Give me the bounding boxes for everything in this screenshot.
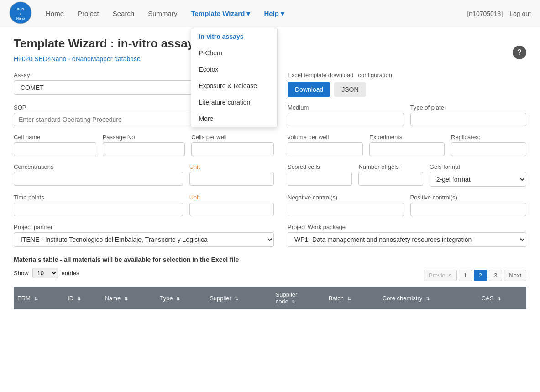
sort-icon-cas: ⇅: [497, 296, 501, 301]
time-points-input[interactable]: 24: [14, 203, 183, 216]
col-core-chemistry[interactable]: Core chemistry ⇅: [379, 287, 478, 309]
page-btn-3[interactable]: 3: [489, 270, 502, 281]
project-partner-group: Project partner ITENE - Instituto Tecnol…: [14, 224, 274, 247]
configuration-label: configuration: [358, 72, 392, 78]
cells-per-well-input[interactable]: 10000: [191, 142, 274, 156]
replicates-label: Replicates:: [451, 134, 526, 141]
nav-help[interactable]: Help ▾: [264, 10, 284, 18]
dropdown-item-invitro[interactable]: In-vitro assays: [191, 28, 277, 45]
sort-icon-core-chemistry: ⇅: [426, 296, 430, 301]
dropdown-item-literature[interactable]: Literature curation: [191, 94, 277, 110]
project-work-package-group: Project Work package WP1- Data managemen…: [288, 224, 526, 247]
concentrations-row-left: Concentrations 0,1,5,10,25,50,75,100,SC,…: [14, 163, 274, 187]
gels-format-label: Gels format: [430, 163, 526, 170]
dropdown-item-pchem[interactable]: P-Chem: [191, 45, 277, 61]
cell-row-left: Cell name A549 Passage No 4 Cells per we…: [14, 134, 274, 156]
unit1-label: Unit: [189, 163, 274, 170]
next-button[interactable]: Next: [504, 270, 526, 281]
col-id[interactable]: ID ⇅: [64, 287, 101, 309]
project-work-package-select[interactable]: WP1- Data management and nanosafety reso…: [288, 232, 526, 247]
sort-icon-supplier-code: ⇅: [292, 299, 295, 304]
time-points-label: Time points: [14, 194, 183, 201]
medium-label: Medium: [288, 104, 404, 111]
number-of-gels-group: Number of gels 2: [358, 163, 423, 187]
page-btn-2[interactable]: 2: [474, 270, 487, 281]
help-icon[interactable]: ?: [513, 46, 526, 59]
materials-table-title: Materials table - all materials will be …: [14, 256, 526, 263]
show-select[interactable]: 10 25 50 100: [32, 268, 58, 278]
sort-icon-name: ⇅: [124, 296, 128, 301]
nav-template-wizard-label[interactable]: Template Wizard ▾: [191, 10, 250, 18]
svg-text:4: 4: [20, 12, 21, 16]
download-button[interactable]: Download: [288, 82, 330, 97]
unit2-group: Unit h: [189, 194, 274, 216]
col-cas[interactable]: CAS ⇅: [478, 287, 526, 309]
download-group: Excel template download configuration Do…: [288, 72, 526, 97]
gels-format-group: Gels format 2-gel format: [430, 163, 526, 187]
unit1-group: Unit ug/cm2: [189, 163, 274, 187]
page-btn-1[interactable]: 1: [459, 270, 472, 281]
nav-help-label[interactable]: Help ▾: [264, 10, 284, 18]
show-label: Show: [14, 270, 29, 277]
nav-home[interactable]: Home: [46, 10, 64, 17]
nav-search[interactable]: Search: [113, 10, 135, 17]
nav-summary[interactable]: Summary: [148, 10, 177, 17]
json-button[interactable]: JSON: [334, 82, 366, 97]
experiments-input[interactable]: 4: [369, 142, 445, 156]
chevron-down-icon-help: ▾: [281, 10, 284, 18]
gels-format-select[interactable]: 2-gel format: [430, 172, 526, 187]
dropdown-item-ecotox[interactable]: Ecotox: [191, 61, 277, 78]
previous-button[interactable]: Previous: [424, 270, 457, 281]
concentrations-input[interactable]: 0,1,5,10,25,50,75,100,SC,PC_mms,PC_Fpg,N…: [14, 172, 183, 186]
cells-per-well-label: Cells per well: [191, 134, 274, 141]
volume-per-well-group: volume per well 0.2 ml: [288, 134, 363, 156]
timepoints-row-left: Time points 24 Unit h: [14, 194, 274, 216]
sort-icon-id: ⇅: [77, 296, 81, 301]
positive-controls-group: Positive control(s) PC_mms,PC_Fpg: [410, 194, 527, 216]
col-batch[interactable]: Batch ⇅: [325, 287, 379, 309]
unit2-input[interactable]: h: [189, 203, 274, 216]
concentrations-row-right: Scored cells 50 Number of gels 2 Gels fo…: [288, 163, 526, 187]
entries-label: entries: [62, 270, 79, 277]
pagination: Previous 1 2 3 Next: [424, 270, 526, 281]
experiments-group: Experiments 4: [369, 134, 445, 156]
type-of-plate-input[interactable]: 96-well: [410, 113, 527, 126]
col-name[interactable]: Name ⇅: [101, 287, 156, 309]
volume-per-well-input[interactable]: 0.2 ml: [288, 142, 363, 156]
number-of-gels-label: Number of gels: [358, 163, 423, 170]
navbar: SbD 4 Nano Home Project Search Summary T…: [0, 0, 540, 27]
medium-plate-group: Medium DMEM + 9% FCS Type of plate 96-we…: [288, 104, 526, 126]
replicates-input[interactable]: 2: [451, 142, 526, 156]
medium-input[interactable]: DMEM + 9% FCS: [288, 113, 404, 126]
dropdown-item-exposure[interactable]: Exposure & Release: [191, 78, 277, 94]
col-supplier-code[interactable]: Suppliercode ⇅: [272, 287, 325, 309]
show-entries: Show 10 25 50 100 entries: [14, 268, 79, 278]
passage-no-input[interactable]: 4: [103, 142, 185, 156]
negative-controls-input[interactable]: 0,NC-2,SC: [288, 203, 404, 216]
nav-right: [n10705013] Log out: [467, 10, 531, 17]
concentrations-label: Concentrations: [14, 163, 183, 170]
positive-controls-input[interactable]: PC_mms,PC_Fpg: [410, 203, 527, 216]
nav-logout[interactable]: Log out: [509, 10, 531, 17]
dropdown-item-more[interactable]: More: [191, 110, 277, 127]
nav-project[interactable]: Project: [78, 10, 99, 17]
sort-icon-batch: ⇅: [347, 296, 351, 301]
template-wizard-dropdown: In-vitro assays P-Chem Ecotox Exposure &…: [191, 28, 278, 127]
logo[interactable]: SbD 4 Nano: [9, 1, 46, 26]
col-type[interactable]: Type ⇅: [156, 287, 206, 309]
project-partner-label: Project partner: [14, 224, 274, 230]
number-of-gels-input[interactable]: 2: [358, 172, 423, 186]
unit1-input[interactable]: ug/cm2: [189, 172, 274, 186]
cell-name-input[interactable]: A549: [14, 142, 96, 156]
negative-controls-group: Negative control(s) 0,NC-2,SC: [288, 194, 404, 216]
scored-cells-input[interactable]: 50: [288, 172, 352, 186]
help-icon-container: ?: [513, 46, 526, 59]
nav-template-wizard[interactable]: Template Wizard ▾ In-vitro assays P-Chem…: [191, 10, 250, 18]
cell-row-right: volume per well 0.2 ml Experiments 4 Rep…: [288, 134, 526, 156]
materials-table: ERM ⇅ ID ⇅ Name ⇅ Type ⇅ Supplier ⇅ Supp…: [14, 287, 526, 317]
svg-text:SbD: SbD: [17, 7, 24, 11]
unit2-label: Unit: [189, 194, 274, 201]
project-partner-select[interactable]: ITENE - Instituto Tecnologico del Embala…: [14, 232, 274, 247]
col-erm[interactable]: ERM ⇅: [14, 287, 64, 309]
col-supplier[interactable]: Supplier ⇅: [206, 287, 272, 309]
